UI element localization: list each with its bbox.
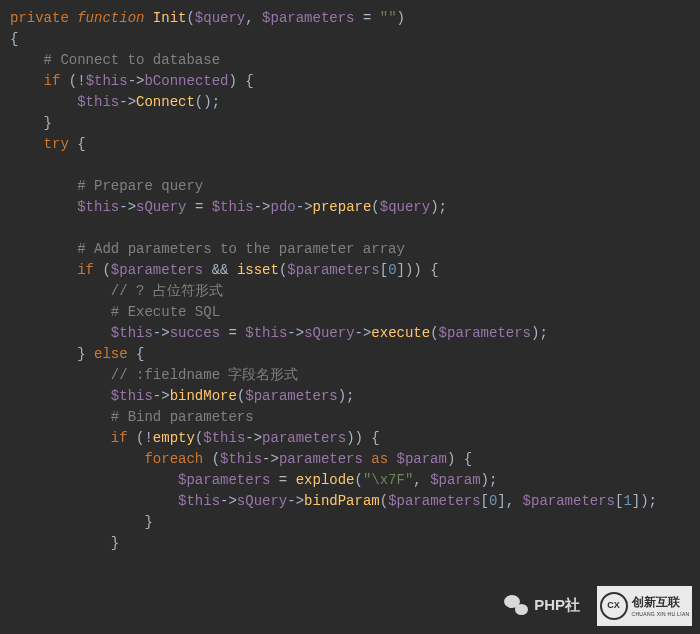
var-param: $param xyxy=(430,472,480,488)
fn-explode: explode xyxy=(296,472,355,488)
wechat-icon xyxy=(504,595,528,615)
var-this: $this xyxy=(245,325,287,341)
var-parameters: $parameters xyxy=(523,493,615,509)
kw-try: try xyxy=(44,136,69,152)
param-parameters: $parameters xyxy=(262,10,354,26)
default-empty-str: "" xyxy=(380,10,397,26)
kw-else: else xyxy=(94,346,128,362)
str-x7f: "\x7F" xyxy=(363,472,413,488)
var-this: $this xyxy=(212,199,254,215)
num-0: 0 xyxy=(388,262,396,278)
fn-prepare: prepare xyxy=(313,199,372,215)
fn-connect: Connect xyxy=(136,94,195,110)
comment-placeholder-form: // ? 占位符形式 xyxy=(111,283,223,299)
prop-squery: sQuery xyxy=(304,325,354,341)
var-this: $this xyxy=(77,94,119,110)
prop-bconnected: bConnected xyxy=(144,73,228,89)
kw-if: if xyxy=(111,430,128,446)
fn-init: Init xyxy=(153,10,187,26)
prop-squery: sQuery xyxy=(237,493,287,509)
kw-if: if xyxy=(44,73,61,89)
comment-bind-params: # Bind parameters xyxy=(111,409,254,425)
prop-pdo: pdo xyxy=(271,199,296,215)
wechat-label: PHP社 xyxy=(534,594,580,617)
prop-parameters: parameters xyxy=(279,451,363,467)
comment-fieldname-form: // :fieldname 字段名形式 xyxy=(111,367,299,383)
param-query: $query xyxy=(195,10,245,26)
prop-succes: succes xyxy=(170,325,220,341)
prop-parameters: parameters xyxy=(262,430,346,446)
var-query: $query xyxy=(380,199,430,215)
wechat-watermark: PHP社 xyxy=(504,594,580,617)
brand-sub: CHUANG XIN HU LIAN xyxy=(632,611,690,619)
var-this: $this xyxy=(111,388,153,404)
var-this: $this xyxy=(86,73,128,89)
var-param: $param xyxy=(397,451,447,467)
brand-text: 创新互联 xyxy=(632,593,690,611)
comment-prepare-query: # Prepare query xyxy=(77,178,203,194)
kw-as: as xyxy=(371,451,388,467)
var-this: $this xyxy=(111,325,153,341)
kw-private: private xyxy=(10,10,69,26)
comment-connect-db: # Connect to database xyxy=(44,52,220,68)
var-parameters: $parameters xyxy=(388,493,480,509)
brand-watermark: CX 创新互联 CHUANG XIN HU LIAN xyxy=(597,586,692,626)
kw-function: function xyxy=(77,10,144,26)
fn-bindparam: bindParam xyxy=(304,493,380,509)
var-parameters: $parameters xyxy=(287,262,379,278)
code-block: private function Init($query, $parameter… xyxy=(0,0,700,562)
fn-bindmore: bindMore xyxy=(170,388,237,404)
var-this: $this xyxy=(220,451,262,467)
var-parameters: $parameters xyxy=(111,262,203,278)
var-this: $this xyxy=(178,493,220,509)
kw-foreach: foreach xyxy=(144,451,203,467)
brand-badge: CX xyxy=(600,592,628,620)
fn-execute: execute xyxy=(371,325,430,341)
fn-isset: isset xyxy=(237,262,279,278)
var-this: $this xyxy=(77,199,119,215)
var-parameters: $parameters xyxy=(178,472,270,488)
kw-if: if xyxy=(77,262,94,278)
prop-squery: sQuery xyxy=(136,199,186,215)
comment-execute-sql: # Execute SQL xyxy=(111,304,220,320)
fn-empty: empty xyxy=(153,430,195,446)
comment-add-params: # Add parameters to the parameter array xyxy=(77,241,405,257)
var-this: $this xyxy=(203,430,245,446)
num-1: 1 xyxy=(623,493,631,509)
var-parameters: $parameters xyxy=(439,325,531,341)
var-parameters: $parameters xyxy=(245,388,337,404)
